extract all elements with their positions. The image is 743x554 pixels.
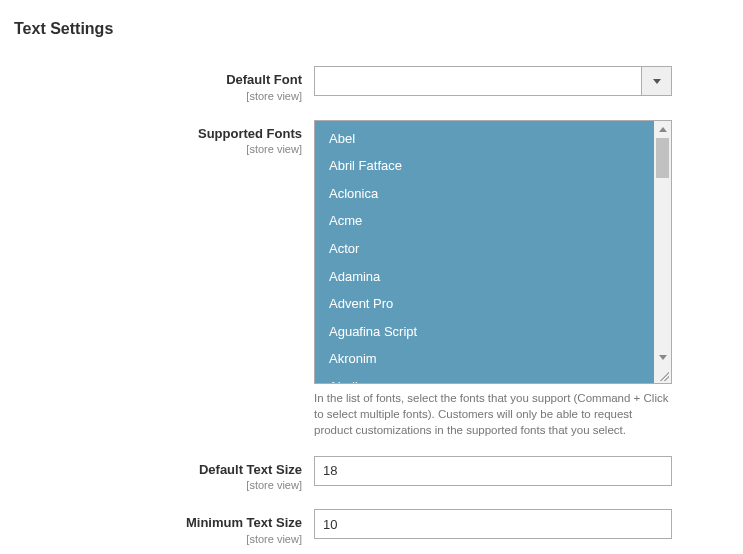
label-minimum-text-size: Minimum Text Size [store view]	[14, 509, 314, 545]
field-minimum-text-size: Minimum Text Size [store view]	[14, 509, 729, 545]
scrollbar-thumb[interactable]	[656, 138, 669, 178]
label-text: Supported Fonts	[14, 126, 302, 142]
minimum-text-size-input[interactable]	[314, 509, 672, 539]
scope-text: [store view]	[14, 143, 302, 155]
font-option[interactable]: Advent Pro	[315, 290, 654, 318]
font-option[interactable]: Akronim	[315, 345, 654, 373]
supported-fonts-multiselect[interactable]: Abel Abril Fatface Aclonica Acme Actor A…	[314, 120, 672, 384]
font-option[interactable]: Abel	[315, 125, 654, 153]
label-default-font: Default Font [store view]	[14, 66, 314, 102]
chevron-down-icon	[659, 355, 667, 360]
default-font-dropdown-button[interactable]	[641, 67, 671, 95]
font-option[interactable]: Adamina	[315, 263, 654, 291]
font-option[interactable]: Acme	[315, 207, 654, 235]
label-text: Default Text Size	[14, 462, 302, 478]
field-default-font: Default Font [store view]	[14, 66, 729, 102]
default-font-select[interactable]	[314, 66, 672, 96]
font-option[interactable]: Aguafina Script	[315, 318, 654, 346]
scrollbar[interactable]	[654, 121, 671, 383]
scope-text: [store view]	[14, 90, 302, 102]
chevron-down-icon	[653, 79, 661, 84]
scroll-down-button[interactable]	[654, 349, 671, 366]
resize-handle[interactable]	[654, 366, 671, 383]
font-option[interactable]: Aladin	[315, 373, 654, 384]
label-supported-fonts: Supported Fonts [store view]	[14, 120, 314, 156]
font-option[interactable]: Abril Fatface	[315, 152, 654, 180]
supported-fonts-help: In the list of fonts, select the fonts t…	[314, 390, 672, 438]
default-font-value	[315, 67, 641, 95]
label-text: Minimum Text Size	[14, 515, 302, 531]
label-text: Default Font	[14, 72, 302, 88]
font-option[interactable]: Aclonica	[315, 180, 654, 208]
field-default-text-size: Default Text Size [store view]	[14, 456, 729, 492]
scope-text: [store view]	[14, 533, 302, 545]
field-supported-fonts: Supported Fonts [store view] Abel Abril …	[14, 120, 729, 438]
scope-text: [store view]	[14, 479, 302, 491]
default-text-size-input[interactable]	[314, 456, 672, 486]
font-option[interactable]: Actor	[315, 235, 654, 263]
supported-fonts-list: Abel Abril Fatface Aclonica Acme Actor A…	[315, 121, 654, 383]
scroll-up-button[interactable]	[654, 121, 671, 138]
label-default-text-size: Default Text Size [store view]	[14, 456, 314, 492]
page-title: Text Settings	[14, 20, 729, 38]
chevron-up-icon	[659, 127, 667, 132]
